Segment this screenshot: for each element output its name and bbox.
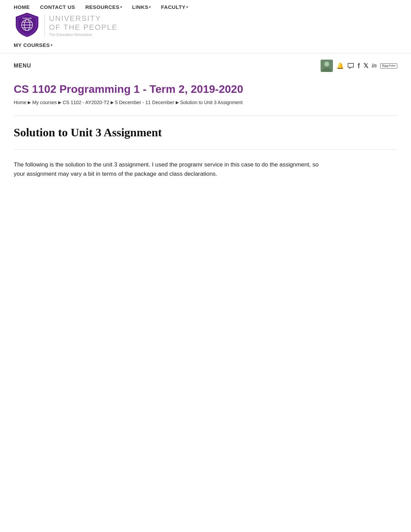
nav-resources-container: RESOURCES ▾ [85, 4, 122, 10]
chat-icon[interactable] [347, 63, 354, 69]
nav-faculty-container: FACULTY ▾ [161, 4, 188, 10]
menu-icons: 🔔 f 𝕏 in YouTube [321, 60, 397, 72]
links-arrow-icon: ▾ [149, 5, 151, 9]
page-title: CS 1102 Programming 1 - Term 2, 2019-202… [14, 83, 397, 96]
menu-label[interactable]: MENU [14, 63, 31, 69]
logo-area: UoPeople UNIVERSITY OF THE PEOPLE The Ed… [0, 11, 411, 39]
nav-my-courses[interactable]: MY COURSES [14, 42, 50, 48]
nav-home[interactable]: HOME [14, 4, 30, 10]
content-divider [14, 115, 397, 116]
logo-shield[interactable]: UoPeople [14, 11, 40, 39]
nav-contact-us[interactable]: CONTACT US [40, 4, 75, 10]
breadcrumb-arrow-4: ▶ [176, 100, 179, 105]
top-divider [0, 53, 411, 53]
nav-my-courses-container: MY COURSES ▾ [14, 42, 52, 48]
resources-arrow-icon: ▾ [120, 5, 122, 9]
nav-resources[interactable]: RESOURCES [85, 4, 120, 10]
breadcrumb-course-code[interactable]: CS 1102 - AY2020-T2 [63, 100, 109, 105]
logo-tagline: The Education Revolution [49, 33, 117, 37]
breadcrumb-my-courses[interactable]: My courses [32, 100, 57, 105]
logo-university-line2: OF THE PEOPLE [49, 23, 117, 32]
menu-bar: MENU 🔔 f 𝕏 in YouTube [0, 55, 411, 76]
facebook-icon[interactable]: f [358, 62, 360, 70]
breadcrumb-arrow-1: ▶ [28, 100, 31, 105]
assignment-title: Solution to Unit 3 Assignment [14, 126, 397, 139]
assignment-body-text: The following is the solution to the uni… [14, 160, 322, 178]
nav-links[interactable]: LINKS [132, 4, 149, 10]
nav-faculty[interactable]: FACULTY [161, 4, 186, 10]
notification-bell-icon[interactable]: 🔔 [336, 62, 344, 70]
svg-text:UoPeople: UoPeople [22, 17, 32, 19]
content-area: CS 1102 Programming 1 - Term 2, 2019-202… [0, 83, 411, 178]
user-avatar[interactable] [321, 60, 333, 72]
breadcrumb-arrow-3: ▶ [111, 100, 114, 105]
svg-point-7 [324, 62, 329, 66]
my-courses-arrow-icon: ▾ [51, 43, 52, 47]
breadcrumb-arrow-2: ▶ [58, 100, 61, 105]
youtube-icon[interactable]: YouTube [380, 63, 397, 69]
logo-text: UNIVERSITY OF THE PEOPLE The Education R… [45, 14, 117, 37]
breadcrumb-week[interactable]: 5 December - 11 December [115, 100, 174, 105]
top-navigation: HOME CONTACT US RESOURCES ▾ LINKS ▾ FACU… [0, 0, 411, 10]
breadcrumb: Home ▶ My courses ▶ CS 1102 - AY2020-T2 … [14, 100, 397, 105]
breadcrumb-current: Solution to Unit 3 Assignment [180, 100, 243, 105]
secondary-navigation: MY COURSES ▾ [0, 39, 411, 51]
content-divider-2 [14, 149, 397, 150]
logo-university-line1: UNIVERSITY [49, 14, 117, 23]
nav-links-container: LINKS ▾ [132, 4, 151, 10]
linkedin-icon[interactable]: in [372, 63, 377, 69]
breadcrumb-home[interactable]: Home [14, 100, 26, 105]
twitter-icon[interactable]: 𝕏 [363, 62, 369, 70]
faculty-arrow-icon: ▾ [186, 5, 188, 9]
